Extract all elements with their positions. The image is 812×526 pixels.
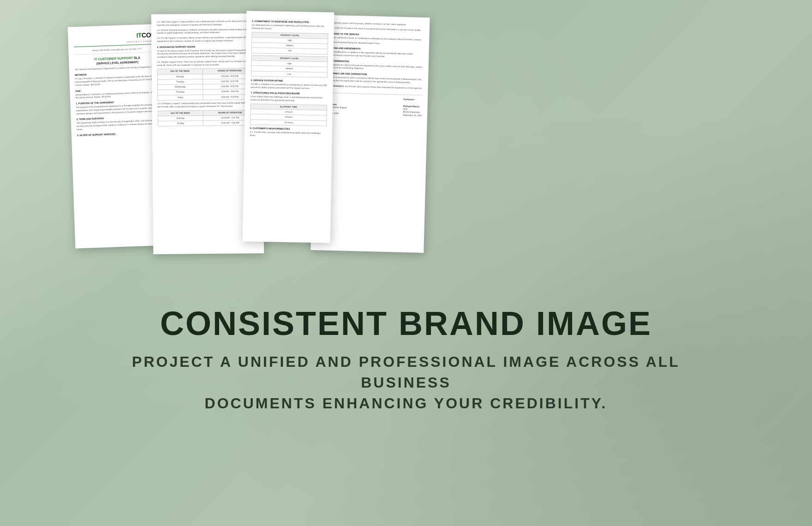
section1-text: The purpose of this comprehensive Agreem… <box>76 103 162 116</box>
day-friday: Friday <box>158 95 203 100</box>
section6-text: Provider is steadfast in its commitment … <box>251 83 327 90</box>
section4-text: To cater to the various needs of the Cus… <box>157 49 257 59</box>
section7-text: In the unlikely event that challenges ar… <box>251 96 327 103</box>
section2-text: This Agreement shall commence on the fir… <box>77 119 163 132</box>
table-row: Low <box>251 71 327 78</box>
documents-area: ITCORP SERVICES & CONSULTING Boston, MA … <box>0 0 812 286</box>
customer-date: September 01, 2055 <box>403 114 422 117</box>
document-page-3: 5. COMMITMENT TO RESPONSE AND RESOLUTION… <box>243 11 334 243</box>
table-row: Friday8:00 AM - 8:00 PM <box>158 94 257 100</box>
section5-text: Our dedicated team is committed to addre… <box>252 24 328 31</box>
section4-heading: 4. DESIGNATED SUPPORT HOURS <box>157 45 257 49</box>
signature-area: Provider: Jonathan Frost Director of Cus… <box>320 96 422 117</box>
logo-area: ITCORP SERVICES & CONSULTING <box>73 30 160 48</box>
witness-text: IN WITNESS WHEREOF, the Provider and Cus… <box>320 84 422 93</box>
regular-hours-table: DAY OF THE WEEK HOURS OF OPERATION Monda… <box>157 68 257 101</box>
section32-text: 3.2. Remote Technical Assistance: Profic… <box>157 28 257 35</box>
section5-heading: 5. COMMITMENT TO RESPONSE AND RESOLUTION <box>252 20 328 24</box>
table-row: +24 hours <box>251 120 327 126</box>
contact-info: Boston, MA 02108 contact@itcorp.com 222 … <box>74 47 160 55</box>
section41-text: 4.1. Regular Support Hours: These are ou… <box>157 60 257 67</box>
bottom-section: CONSISTENT BRAND IMAGE PROJECT A UNIFIED… <box>0 286 812 423</box>
customer-sig-block: Customer: Richard Morris CEO Morris Ente… <box>403 98 422 117</box>
day-wednesday: Wednesday <box>158 84 203 90</box>
emergency-hours-table: DAY OF THE WEEK HOURS OF OPERATION Satur… <box>158 110 257 127</box>
table-row: Low <box>251 48 328 54</box>
section3-heading: 3. SCOPE OF SUPPORT SERVICES <box>77 131 163 137</box>
intro-text: This Service Level Agreement ("Agreement… <box>75 66 161 72</box>
between-text: IT Corp ("Provider"), a leading IT solut… <box>75 75 161 87</box>
sub-headline: PROJECT A UNIFIED AND PROFESSIONAL IMAGE… <box>129 352 683 413</box>
table1-col1-header: DAY OF THE WEEK <box>157 69 203 74</box>
elapsed-time-table: ELAPSED TIME +4 hours +8 hours +24 hours <box>250 103 327 126</box>
section31-text: 3.1. Help Desk Support: A robust platfor… <box>157 20 257 27</box>
table2-col1-header: DAY OF THE WEEK <box>158 110 203 116</box>
priority-low-2: Low <box>251 71 327 78</box>
section81-text: 8.1. Provide clear, accurate, and compre… <box>250 131 327 138</box>
day-thursday: Thursday <box>158 90 203 95</box>
day-tuesday: Tuesday <box>157 79 203 84</box>
elapsed-24h: +24 hours <box>251 120 327 126</box>
day-monday: Monday <box>157 74 203 79</box>
doc-title: IT CUSTOMER SUPPORT SLA (SERVICE LEVEL A… <box>74 55 161 66</box>
section42-text: 4.2. Emergency Support: Understanding th… <box>157 102 257 108</box>
section83-text: 8.3. Promptly notify the Provider in the… <box>322 26 424 32</box>
section6-heading: 6. SERVICE SYSTEM UPTIME <box>251 78 328 83</box>
section8-heading: 8. CUSTOMER'S RESPONSIBILITIES <box>250 127 327 132</box>
priority-table-2: PRIORITY LEVEL High Medium Low <box>251 55 328 78</box>
table-row: Sunday10:00 AM - 2:00 PM <box>158 120 257 126</box>
divider <box>320 92 422 96</box>
main-headline: CONSISTENT BRAND IMAGE <box>0 305 812 342</box>
priority-table-1: PRIORITY LEVEL High Medium Low <box>251 32 328 54</box>
priority-low-1: Low <box>251 48 328 54</box>
sub-headline-line1: PROJECT A UNIFIED AND PROFESSIONAL IMAGE… <box>129 352 683 393</box>
sub-headline-line2: DOCUMENTS ENHANCING YOUR CREDIBILITY. <box>129 393 683 414</box>
section33-text: 3.3. On-site Support: In scenarios where… <box>157 36 257 43</box>
section7-heading: 7. STRUCTURED ESCALATION PROCEDURE <box>251 91 327 96</box>
section92-text: 9.2. Any issues not reported during the … <box>322 41 424 47</box>
customer-label: Customer: <box>403 98 422 102</box>
day-saturday: Saturday <box>158 115 203 121</box>
day-sunday: Sunday <box>158 121 203 126</box>
logo-it: IT <box>136 31 142 39</box>
